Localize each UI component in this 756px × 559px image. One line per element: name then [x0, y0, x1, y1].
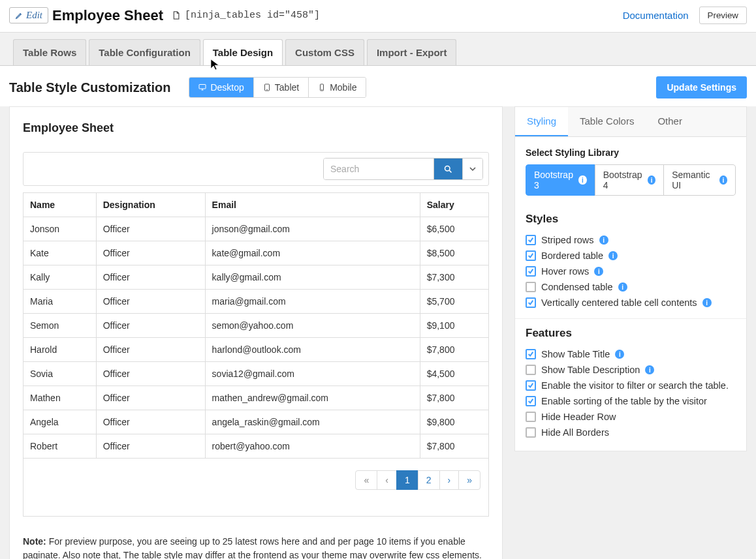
cell-email: maria@gmail.com [205, 290, 420, 314]
info-icon[interactable]: i [645, 365, 654, 374]
shortcode-display[interactable]: [ninja_tables id="458"] [171, 10, 320, 21]
option-show-table-description[interactable]: Show Table Descriptioni [526, 362, 736, 378]
update-settings-button[interactable]: Update Settings [656, 76, 747, 98]
tab-table-design[interactable]: Table Design [203, 39, 283, 65]
caret-down-icon [469, 166, 476, 172]
column-header[interactable]: Email [205, 193, 420, 217]
table-row: JonsonOfficerjonson@gmail.com$6,500 [24, 217, 489, 241]
info-icon[interactable]: i [702, 298, 712, 307]
main-area: Employee Sheet NameDesignationEmailSalar… [0, 106, 756, 559]
tab-bar: Table RowsTable ConfigurationTable Desig… [0, 32, 756, 66]
documentation-link[interactable]: Documentation [623, 10, 689, 21]
tab-import---export[interactable]: Import - Export [367, 39, 457, 65]
page-next[interactable]: › [439, 470, 460, 490]
search-group [323, 158, 483, 180]
search-input[interactable] [324, 159, 433, 179]
top-header: Edit Employee Sheet [ninja_tables id="45… [0, 0, 756, 32]
checkbox[interactable] [526, 365, 536, 375]
device-mobile-button[interactable]: Mobile [309, 78, 366, 97]
table-row: RobertOfficerrobert@yahoo.com$7,800 [24, 434, 489, 459]
info-icon[interactable]: i [594, 267, 603, 276]
styling-tab-other[interactable]: Other [646, 107, 694, 136]
checkbox[interactable] [526, 235, 536, 245]
checkbox[interactable] [526, 396, 536, 406]
cell-name: Angela [24, 410, 97, 434]
pencil-icon [15, 11, 24, 20]
option-striped-rows[interactable]: Striped rowsi [526, 232, 736, 248]
page-first[interactable]: « [355, 470, 377, 490]
device-desktop-button[interactable]: Desktop [189, 78, 253, 97]
column-header[interactable]: Salary [420, 193, 488, 217]
library-semantic-ui-button[interactable]: Semantic UI i [663, 164, 736, 196]
edit-button[interactable]: Edit [9, 7, 48, 23]
device-tablet-button[interactable]: Tablet [254, 78, 309, 97]
table-row: HaroldOfficerharlond@outlook.com$7,800 [24, 338, 489, 362]
cell-salary: $4,500 [420, 362, 488, 386]
cell-email: kate@gmail.com [205, 241, 420, 265]
cell-name: Mathen [24, 386, 97, 410]
styling-tab-table-colors[interactable]: Table Colors [568, 107, 646, 136]
page-2[interactable]: 2 [418, 470, 440, 490]
checkbox[interactable] [526, 250, 536, 261]
styling-tab-styling[interactable]: Styling [515, 107, 568, 136]
cell-salary: $9,100 [420, 314, 488, 338]
tab-table-configuration[interactable]: Table Configuration [89, 39, 200, 65]
option-condensed-table[interactable]: Condensed tablei [526, 279, 736, 295]
option-hover-rows[interactable]: Hover rowsi [526, 264, 736, 279]
option-label: Show Table Title [541, 349, 610, 359]
page-title: Employee Sheet [52, 7, 163, 24]
option-label: Hide Header Row [541, 412, 616, 422]
page-last[interactable]: » [458, 470, 480, 490]
column-header[interactable]: Name [24, 193, 97, 217]
cell-email: semon@yahoo.com [205, 314, 420, 338]
table-row: KallyOfficerkally@gmail.com$7,300 [24, 265, 489, 290]
option-label: Hover rows [541, 266, 589, 277]
library-selector: Bootstrap 3 iBootstrap 4 iSemantic UI i [526, 164, 736, 196]
checkbox[interactable] [526, 297, 536, 308]
cell-email: mathen_andrew@gmail.com [205, 386, 420, 410]
library-bootstrap-4-button[interactable]: Bootstrap 4 i [595, 164, 665, 196]
table-row: MariaOfficermaria@gmail.com$5,700 [24, 290, 489, 314]
option-label: Striped rows [541, 235, 594, 245]
tab-custom-css[interactable]: Custom CSS [285, 39, 364, 65]
checkbox[interactable] [526, 427, 536, 438]
sub-title: Table Style Customization [9, 80, 170, 95]
checkbox[interactable] [526, 412, 536, 422]
checkbox[interactable] [526, 282, 536, 292]
cell-name: Semon [24, 314, 97, 338]
page-1[interactable]: 1 [396, 470, 418, 490]
tab-table-rows[interactable]: Table Rows [13, 39, 86, 65]
cell-email: angela_raskin@gmail.com [205, 410, 420, 434]
info-icon[interactable]: i [599, 235, 608, 245]
option-label: Condensed table [541, 282, 613, 292]
search-button[interactable] [433, 159, 462, 179]
cell-email: robert@yahoo.com [205, 434, 420, 459]
column-header[interactable]: Designation [96, 193, 205, 217]
info-icon[interactable]: i [615, 350, 624, 359]
option-enable-sorting-of-the-table-by-the-visitor[interactable]: Enable sorting of the table by the visit… [526, 393, 736, 409]
search-dropdown-button[interactable] [462, 159, 482, 179]
checkbox[interactable] [526, 380, 536, 391]
checkbox[interactable] [526, 266, 536, 277]
option-hide-all-borders[interactable]: Hide All Borders [526, 425, 736, 440]
option-bordered-table[interactable]: Bordered tablei [526, 248, 736, 264]
cell-name: Kally [24, 265, 97, 290]
option-vertically-centered-table-cell-contents[interactable]: Vertically centered table cell contentsi [526, 295, 736, 310]
option-show-table-title[interactable]: Show Table Titlei [526, 346, 736, 362]
subheader-left: Table Style Customization DesktopTabletM… [9, 77, 366, 98]
cell-name: Sovia [24, 362, 97, 386]
cell-salary: $7,300 [420, 265, 488, 290]
page-prev[interactable]: ‹ [377, 470, 397, 490]
cell-designation: Officer [96, 386, 205, 410]
option-enable-the-visitor-to-filter-or-search-the-table[interactable]: Enable the visitor to filter or search t… [526, 378, 736, 393]
info-icon[interactable]: i [608, 251, 618, 260]
cell-email: harlond@outlook.com [205, 338, 420, 362]
cell-designation: Officer [96, 265, 205, 290]
checkbox[interactable] [526, 349, 536, 359]
preview-button[interactable]: Preview [699, 7, 747, 24]
info-icon[interactable]: i [618, 282, 627, 292]
option-hide-header-row[interactable]: Hide Header Row [526, 409, 736, 425]
pagination: «‹12›» [23, 459, 489, 517]
library-bootstrap-3-button[interactable]: Bootstrap 3 i [526, 164, 595, 196]
search-row [23, 152, 489, 186]
